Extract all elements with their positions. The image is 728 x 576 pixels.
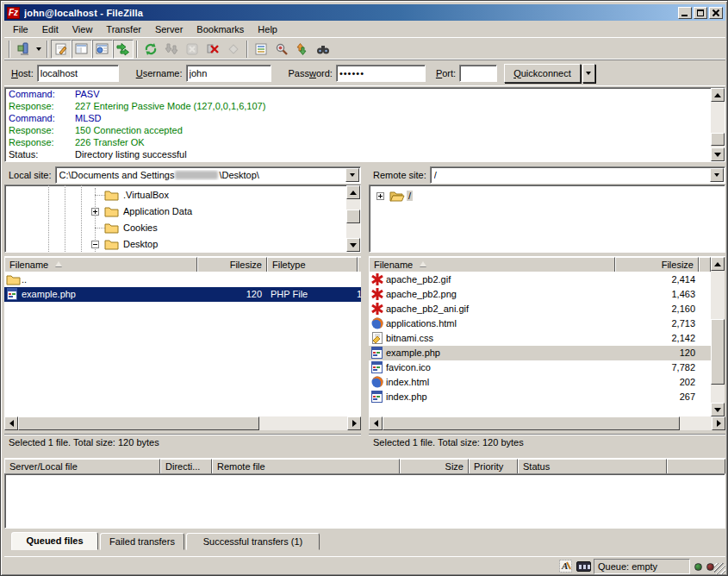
column-header-filetype[interactable]: Filetype <box>267 257 358 272</box>
file-row-selected[interactable]: example.php 120 <box>369 346 711 360</box>
file-row[interactable]: index.php 267 <box>369 390 711 404</box>
column-header-local-file[interactable]: Server/Local file <box>4 459 160 473</box>
tree-item-cookies[interactable]: Cookies <box>5 220 360 236</box>
column-header-size[interactable]: Size <box>400 459 469 473</box>
refresh-button[interactable] <box>140 40 161 59</box>
expand-icon[interactable] <box>91 208 99 216</box>
sort-ascending-icon <box>420 261 426 266</box>
menu-edit[interactable]: Edit <box>35 22 65 36</box>
remote-root-label[interactable]: / <box>407 191 413 201</box>
scroll-left-button[interactable] <box>4 416 18 430</box>
column-header-direction[interactable]: Directi... <box>160 459 212 473</box>
quickconnect-button[interactable]: Quickconnect <box>504 64 581 83</box>
column-header-filesize[interactable]: Filesize <box>197 257 267 272</box>
arrow-up-icon <box>350 191 357 195</box>
scroll-thumb[interactable] <box>383 416 680 430</box>
window-title: john@localhost - FileZilla <box>24 8 678 18</box>
password-input[interactable] <box>336 65 426 82</box>
scroll-thumb[interactable] <box>711 133 725 146</box>
site-manager-dropdown[interactable] <box>34 40 44 59</box>
find-files-button[interactable] <box>313 40 333 59</box>
synchronized-browsing-button[interactable] <box>292 40 313 59</box>
column-header-filename[interactable]: Filename <box>369 257 615 272</box>
file-row[interactable]: bitnami.css 2,142 <box>369 331 711 346</box>
menu-server[interactable]: Server <box>148 22 190 36</box>
scroll-down-button[interactable] <box>346 238 360 252</box>
log-scrollbar[interactable] <box>711 88 725 161</box>
maximize-button[interactable] <box>694 7 707 19</box>
local-site-combobox[interactable]: C:\Documents and Settings\Desktop\ <box>55 166 361 184</box>
column-header-status[interactable]: Status <box>518 459 667 473</box>
file-row-parent[interactable]: .. <box>4 272 361 287</box>
toggle-local-tree-button[interactable] <box>72 40 92 59</box>
column-header-priority[interactable]: Priority <box>469 459 518 473</box>
file-row-selected[interactable]: example.php 120 PHP File 1 <box>4 287 361 302</box>
html-file-icon <box>370 316 384 330</box>
filter-button[interactable] <box>251 40 271 59</box>
filter-icon <box>254 42 268 56</box>
scroll-right-button[interactable] <box>347 416 361 430</box>
scroll-down-button[interactable] <box>711 147 725 161</box>
toggle-transfer-queue-button[interactable] <box>113 40 134 59</box>
expand-icon[interactable] <box>376 192 384 200</box>
toggle-message-log-button[interactable] <box>51 40 72 59</box>
cancel-operation-button[interactable] <box>182 40 202 59</box>
menu-help[interactable]: Help <box>251 22 284 36</box>
collapse-icon[interactable] <box>91 241 99 248</box>
toggle-remote-tree-button[interactable] <box>92 40 113 59</box>
file-row[interactable]: apache_pb2.png 1,463 <box>369 287 711 302</box>
scroll-up-button[interactable] <box>711 257 725 271</box>
tab-successful-transfers[interactable]: Successful transfers (1) <box>186 533 320 550</box>
tab-failed-transfers[interactable]: Failed transfers <box>100 533 184 550</box>
directory-comparison-button[interactable] <box>271 40 292 59</box>
receive-activity-led-icon <box>706 563 714 571</box>
tree-item-virtualbox[interactable]: .VirtualBox <box>5 187 360 203</box>
menu-view[interactable]: View <box>65 22 100 36</box>
local-tree-scrollbar[interactable] <box>346 185 360 252</box>
host-label: Host: <box>11 68 34 78</box>
menu-file[interactable]: File <box>6 22 35 36</box>
menu-bookmarks[interactable]: Bookmarks <box>190 22 251 36</box>
remote-hscrollbar[interactable] <box>369 416 725 430</box>
remote-site-dropdown[interactable] <box>710 168 724 182</box>
remote-path: / <box>434 170 707 180</box>
tree-item-application-data[interactable]: Application Data <box>5 203 360 220</box>
menu-transfer[interactable]: Transfer <box>99 22 148 36</box>
site-manager-button[interactable] <box>13 40 34 59</box>
scroll-thumb[interactable] <box>18 416 259 430</box>
reconnect-button[interactable] <box>223 40 244 59</box>
scroll-up-button[interactable] <box>711 88 725 102</box>
column-header-remote-file[interactable]: Remote file <box>212 459 400 473</box>
tree-item-desktop[interactable]: Desktop <box>5 236 360 253</box>
scroll-down-button[interactable] <box>711 403 725 416</box>
quickconnect-dropdown[interactable] <box>582 64 595 83</box>
file-row[interactable]: applications.html 2,713 <box>369 316 711 331</box>
file-row[interactable]: apache_pb2.gif 2,414 <box>369 272 711 287</box>
file-row[interactable]: index.html 202 <box>369 375 711 390</box>
username-input[interactable] <box>186 65 271 82</box>
column-header-modified[interactable]: L <box>358 257 361 272</box>
scroll-right-button[interactable] <box>712 416 725 430</box>
disconnect-button[interactable] <box>202 40 223 59</box>
minimize-button[interactable] <box>678 7 692 19</box>
port-input[interactable] <box>459 65 497 82</box>
process-queue-button[interactable] <box>161 40 182 59</box>
local-hscrollbar[interactable] <box>4 416 361 430</box>
remote-site-combobox[interactable]: / <box>430 166 725 184</box>
file-row[interactable]: apache_pb2_ani.gif 2,160 <box>369 302 711 316</box>
scroll-up-button[interactable] <box>346 185 360 199</box>
resize-grip[interactable] <box>714 563 725 574</box>
tab-queued-files[interactable]: Queued files <box>11 532 98 550</box>
scroll-left-button[interactable] <box>369 416 383 430</box>
column-header-filesize[interactable]: Filesize <box>615 257 699 272</box>
host-input[interactable] <box>37 65 119 82</box>
tree-item-root[interactable]: / <box>370 188 725 204</box>
remote-list-scrollbar[interactable] <box>711 257 725 416</box>
scroll-thumb[interactable] <box>711 319 725 385</box>
close-button[interactable] <box>709 7 723 19</box>
scroll-thumb[interactable] <box>346 210 360 223</box>
file-row[interactable]: favicon.ico 7,782 <box>369 360 711 375</box>
column-header-filler <box>699 257 711 272</box>
local-site-dropdown[interactable] <box>345 168 359 182</box>
column-header-filename[interactable]: Filename <box>4 257 197 272</box>
